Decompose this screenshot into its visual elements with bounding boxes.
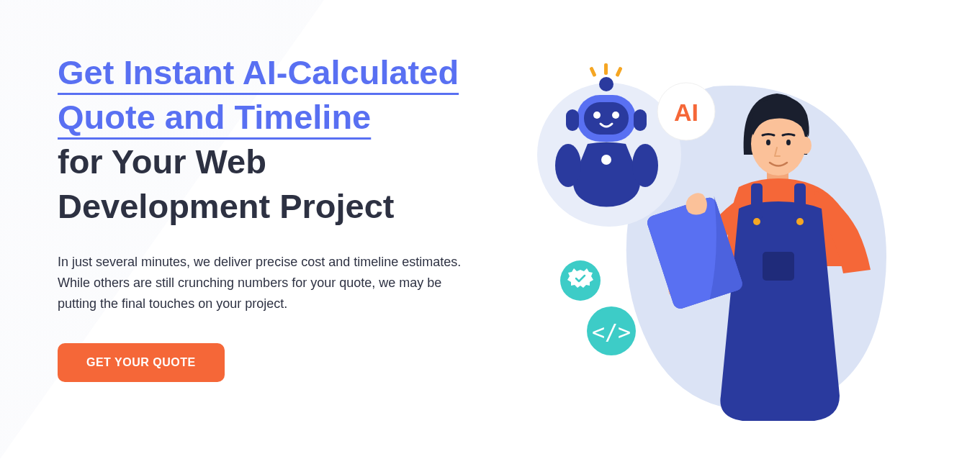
- heading-dark-1: for Your Web: [58, 142, 266, 181]
- robot-spark-2: [589, 66, 596, 77]
- person-eye-left: [766, 140, 770, 145]
- robot-arm-left: [555, 144, 581, 187]
- overalls-pocket: [763, 252, 794, 281]
- person-eyebrow-left: [763, 135, 774, 136]
- overalls-button-right: [796, 218, 804, 225]
- person-eyebrow-right: [783, 135, 794, 136]
- person-eye-right: [786, 140, 791, 145]
- overalls-strap-left: [751, 183, 763, 219]
- person-overalls: [720, 201, 840, 421]
- hero-content: Get Instant AI-Calculated Quote and Time…: [58, 50, 469, 424]
- heading-dark-2: Development Project: [58, 187, 395, 225]
- ai-badge-text: AI: [674, 99, 698, 126]
- hero-heading: Get Instant AI-Calculated Quote and Time…: [58, 50, 469, 229]
- robot-eye-left: [593, 112, 601, 119]
- robot-spark-3: [615, 66, 622, 77]
- hero-illustration: AI </>: [512, 43, 908, 432]
- overalls-button-left: [753, 218, 760, 225]
- heading-highlight-1: Get Instant AI-Calculated: [58, 53, 459, 91]
- robot-arm-right: [632, 144, 658, 187]
- hero-description: In just several minutes, we deliver prec…: [58, 252, 469, 314]
- robot-face: [584, 102, 629, 135]
- robot-spark-1: [604, 63, 608, 75]
- hero-section: Get Instant AI-Calculated Quote and Time…: [0, 0, 980, 453]
- person-ear: [800, 137, 812, 154]
- code-badge-icon: </>: [591, 319, 630, 345]
- robot-chest-dot: [601, 155, 611, 165]
- overalls-strap-right: [794, 183, 806, 219]
- heading-highlight-2: Quote and Timeline: [58, 98, 371, 136]
- robot-ear-left: [566, 109, 579, 131]
- hero-illustration-container: AI </>: [512, 50, 923, 424]
- robot-eye-right: [612, 112, 619, 119]
- robot-ear-right: [634, 109, 647, 131]
- get-quote-button[interactable]: GET YOUR QUOTE: [58, 343, 225, 382]
- robot-antenna-bulb: [599, 77, 613, 91]
